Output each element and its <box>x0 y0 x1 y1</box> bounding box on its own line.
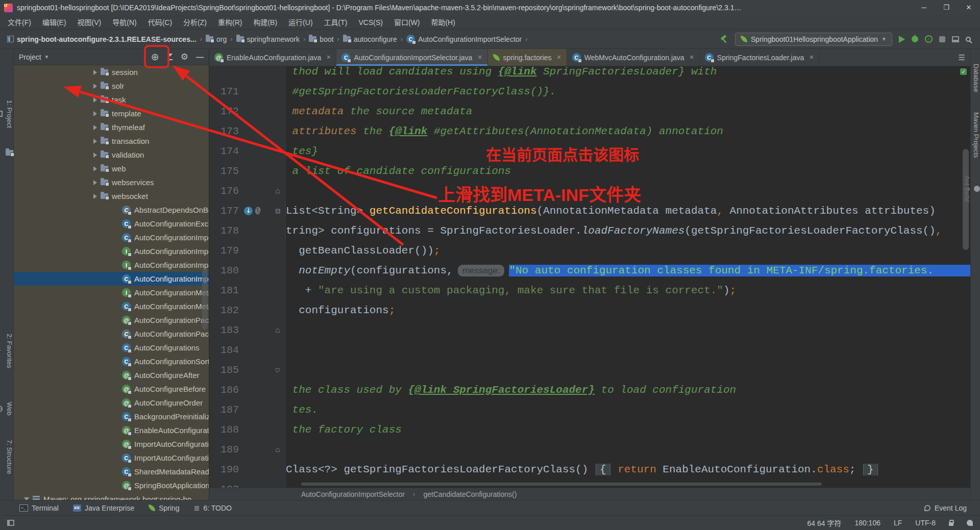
tree-item[interactable]: validation <box>14 148 209 162</box>
code-line[interactable]: 185⌂ <box>209 360 970 380</box>
tree-item[interactable]: AutoConfigurations <box>14 341 209 355</box>
code-line[interactable]: 188 the factory class <box>209 420 970 440</box>
left-strip-Web[interactable]: Web <box>0 402 13 416</box>
menu-item-1[interactable]: 编辑(E) <box>37 15 72 30</box>
tree-item[interactable]: thymeleaf <box>14 120 209 134</box>
tool-window-button-6: TODO[interactable]: ≣6: TODO <box>194 504 232 512</box>
tree-item[interactable]: AutoConfigurationExclude <box>14 217 209 231</box>
fold-marker-icon[interactable]: ⊟ <box>273 206 283 216</box>
expand-arrow-icon[interactable] <box>93 97 97 103</box>
chevron-down-icon[interactable]: ▼ <box>44 54 50 60</box>
build-hammer-icon[interactable] <box>720 35 728 43</box>
expand-arrow-icon[interactable] <box>93 180 97 185</box>
expand-arrow-icon[interactable] <box>93 139 97 144</box>
override-marker-icon[interactable]: ↓ <box>244 207 253 215</box>
code-line[interactable]: 180 notEmpty(configurations,message:"No … <box>209 261 970 281</box>
menu-item-5[interactable]: 分析(Z) <box>178 15 212 30</box>
editor-horizontal-scrollbar[interactable] <box>301 483 822 486</box>
tab-close-icon[interactable]: ✕ <box>557 54 561 61</box>
expand-arrow-icon[interactable] <box>93 111 97 116</box>
tree-item[interactable]: webservices <box>14 175 209 189</box>
fold-marker-icon[interactable]: ⌂ <box>273 445 283 455</box>
expand-arrow-icon[interactable] <box>93 84 97 89</box>
breadcrumb-item[interactable]: boot <box>309 35 333 43</box>
left-strip-2: Favorites[interactable]: 2: Favorites★ <box>0 334 13 368</box>
tree-item[interactable]: session <box>14 65 209 79</box>
breadcrumb-item[interactable]: autoconfigure <box>343 35 397 43</box>
code-line[interactable]: 183⌂ <box>209 320 970 340</box>
run-with-coverage-button[interactable] <box>925 35 933 43</box>
tree-item[interactable]: task <box>14 93 209 107</box>
tree-item[interactable]: SpringBootApplication <box>14 478 209 492</box>
tree-item[interactable]: EnableAutoConfiguration <box>14 423 209 437</box>
code-line[interactable]: 171 #getSpringFactoriesLoaderFactoryClas… <box>209 82 970 102</box>
tree-item[interactable]: ImportAutoConfigurationI <box>14 451 209 465</box>
debug-button[interactable] <box>912 36 918 42</box>
collapse-all-icon[interactable] <box>167 54 173 60</box>
expand-arrow-icon[interactable] <box>93 153 97 158</box>
search-everywhere-icon[interactable] <box>966 37 971 42</box>
layout-icon[interactable] <box>952 36 959 42</box>
tool-window-button-Spring[interactable]: Spring <box>149 504 179 512</box>
tree-item[interactable]: AutoConfigurationImportl <box>14 244 209 258</box>
expand-arrow-icon[interactable] <box>93 166 97 171</box>
project-panel-title[interactable]: Project <box>19 53 41 61</box>
tree-item[interactable]: AutoConfigurationMetada <box>14 286 209 299</box>
menu-item-6[interactable]: 重构(R) <box>212 15 248 30</box>
project-tree-scrollbar[interactable] <box>202 268 208 330</box>
menu-item-3[interactable]: 导航(N) <box>107 15 142 30</box>
locate-file-icon[interactable]: ⊕ <box>151 52 159 62</box>
code-line[interactable]: 182 configurations; <box>209 300 970 320</box>
highlighting-level-icon[interactable] <box>967 520 973 526</box>
status-encoding[interactable]: UTF-8 <box>915 519 936 527</box>
tool-window-button-Terminal[interactable]: Terminal <box>19 504 59 512</box>
right-strip-Ant Build[interactable]: Ant Build <box>971 175 980 202</box>
tree-item[interactable]: ImportAutoConfiguration <box>14 437 209 451</box>
editor-code-area[interactable]: thod will load candidates using {@link S… <box>209 62 970 488</box>
breadcrumb-item[interactable]: org <box>206 35 227 43</box>
left-strip-folder[interactable] <box>0 150 13 156</box>
code-line[interactable]: 181 + "are using a custom packaging, mak… <box>209 281 970 300</box>
tree-item[interactable]: AutoConfigurationImport <box>14 272 209 286</box>
tree-item[interactable]: template <box>14 107 209 120</box>
right-strip-Database[interactable]: Database <box>971 64 980 92</box>
right-strip-Maven Projects[interactable]: Maven Projects <box>971 112 980 158</box>
tab-close-icon[interactable]: ✕ <box>690 54 694 61</box>
left-strip-7: Structure[interactable]: 7: Structure <box>0 440 13 474</box>
event-log-button[interactable]: Event Log <box>924 504 967 512</box>
menu-item-9[interactable]: 工具(T) <box>318 15 353 30</box>
run-button[interactable] <box>899 36 905 43</box>
fold-marker-icon[interactable]: ⌂ <box>273 366 283 375</box>
tree-item[interactable]: websocket <box>14 189 209 203</box>
tree-item[interactable]: AutoConfigurationPackage <box>14 313 209 327</box>
tree-item[interactable]: solr <box>14 79 209 93</box>
tool-window-toggle-icon[interactable] <box>7 520 14 526</box>
code-line[interactable]: 173 attributes the {@link #getAttributes… <box>209 121 970 141</box>
stop-button[interactable] <box>939 36 945 42</box>
menu-item-11[interactable]: 窗口(W) <box>388 15 426 30</box>
code-line[interactable]: 186 the class used by {@link SpringFacto… <box>209 380 970 400</box>
minimize-button[interactable]: ─ <box>913 0 935 15</box>
fold-marker-icon[interactable]: ⌂ <box>273 187 283 196</box>
expand-arrow-icon[interactable] <box>93 194 97 199</box>
hide-panel-icon[interactable]: — <box>196 53 204 61</box>
fold-marker-icon[interactable]: ⌂ <box>273 326 283 335</box>
tool-window-button-Java Enterprise[interactable]: Java Enterprise <box>73 504 134 512</box>
code-line[interactable]: 172 metadata the source metadata <box>209 102 970 121</box>
editor-breadcrumb-item[interactable]: getCandidateConfigurations() <box>423 490 517 498</box>
tab-close-icon[interactable]: ✕ <box>326 54 331 61</box>
read-only-lock-icon[interactable] <box>949 522 953 526</box>
maximize-button[interactable]: ❐ <box>935 0 958 15</box>
status-line-separator[interactable]: LF <box>894 519 902 527</box>
menu-item-7[interactable]: 构建(B) <box>248 15 283 30</box>
breadcrumb-item[interactable]: AutoConfigurationImportSelector <box>406 35 522 43</box>
menu-item-2[interactable]: 视图(V) <box>72 15 107 30</box>
expand-arrow-icon[interactable] <box>93 125 97 130</box>
code-line[interactable]: thod will load candidates using {@link S… <box>209 62 970 82</box>
tree-item[interactable]: AutoConfigurationSorter <box>14 355 209 368</box>
tree-item[interactable]: transaction <box>14 134 209 148</box>
inspections-ok-icon[interactable] <box>960 68 967 75</box>
editor-vertical-scrollbar[interactable] <box>963 149 969 250</box>
code-line[interactable]: 179 getBeanClassLoader()); <box>209 241 970 261</box>
tree-item[interactable]: BackgroundPreinitializer <box>14 410 209 423</box>
